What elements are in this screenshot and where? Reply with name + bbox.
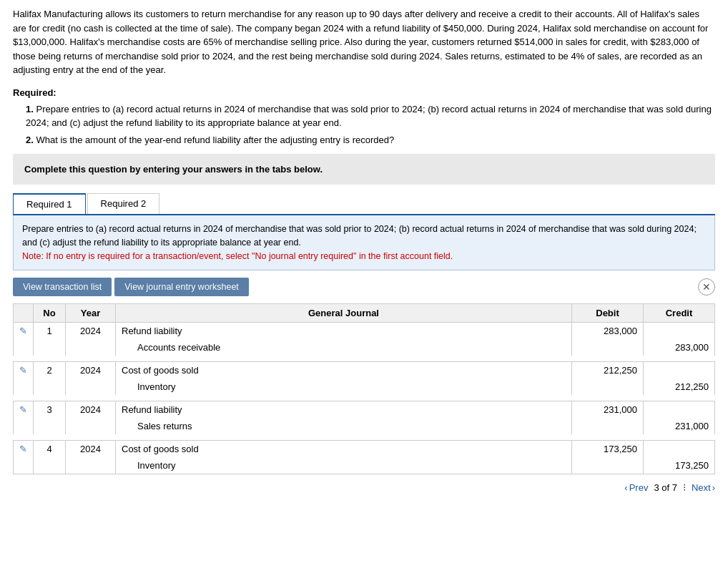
header-edit [14,304,34,323]
table-row: ✎ 2 2024 Cost of goods sold 212,250 [14,362,715,379]
entry-3-credit-1 [644,401,715,419]
entry-3-year: 2024 [66,401,116,419]
tab-required-2[interactable]: Required 2 [87,193,160,214]
entry-2-account-2: Inventory [116,379,572,395]
entry-2-no: 2 [34,362,66,379]
view-transaction-list-button[interactable]: View transaction list [13,278,112,296]
spacer-row [14,434,715,441]
edit-icon-1[interactable]: ✎ [19,326,27,336]
tabs-row: Required 1 Required 2 [13,193,715,215]
entry-3-debit-1: 231,000 [572,401,644,419]
table-row: Inventory 212,250 [14,379,715,395]
entry-3-credit-2: 231,000 [644,418,715,434]
entry-2-debit-1: 212,250 [572,362,644,379]
tab-note: Note: If no entry is required for a tran… [22,251,453,261]
entry-4-credit-2: 173,250 [644,457,715,474]
entry-4-credit-1 [644,441,715,458]
view-journal-entry-worksheet-button[interactable]: View journal entry worksheet [114,278,249,296]
entry-4-no: 4 [34,441,66,458]
entry-4-account-1: Cost of goods sold [116,441,572,458]
header-no: No [34,304,66,323]
prev-icon: ‹ [624,482,627,493]
entry-1-no: 1 [34,323,66,340]
table-row: ✎ 1 2024 Refund liability 283,000 [14,323,715,340]
edit-icon-3[interactable]: ✎ [19,404,27,415]
entry-3-account-1: Refund liability [116,401,572,419]
page-info: 3 of 7 [654,482,677,493]
table-row: Sales returns 231,000 [14,418,715,434]
entry-1-debit-2 [572,339,644,356]
required-item-1: 1. Prepare entries to (a) record actual … [26,102,715,130]
entry-2-credit-1 [644,362,715,379]
required-item-2: 2. What is the amount of the year-end re… [26,133,715,147]
table-row: ✎ 3 2024 Refund liability 231,000 [14,401,715,419]
entry-1-credit-1 [644,323,715,340]
complete-box: Complete this question by entering your … [13,154,715,185]
entry-2-credit-2: 212,250 [644,379,715,395]
header-credit: Credit [644,304,715,323]
entry-2-account-1: Cost of goods sold [116,362,572,379]
spacer-row [14,395,715,401]
entry-4-year: 2024 [66,441,116,458]
table-row: Accounts receivable 283,000 [14,339,715,356]
tabs-container: Required 1 Required 2 Prepare entries to… [13,193,715,270]
pagination: ‹ Prev 3 of 7 ⁝ Next › [13,474,715,497]
entry-2-debit-2 [572,379,644,395]
entry-4-debit-1: 173,250 [572,441,644,458]
toolbar: View transaction list View journal entry… [13,278,715,296]
close-button[interactable]: ✕ [698,278,715,296]
required-title: Required: [13,87,715,98]
spacer-row [14,356,715,362]
entry-1-account-2: Accounts receivable [116,339,572,356]
grid-icon: ⁝ [683,482,686,493]
required-list: 1. Prepare entries to (a) record actual … [13,102,715,147]
entry-3-no: 3 [34,401,66,419]
edit-icon-2[interactable]: ✎ [19,365,27,376]
tab-required-1[interactable]: Required 1 [13,193,86,214]
entry-1-credit-2: 283,000 [644,339,715,356]
intro-paragraph: Halifax Manufacturing allows its custome… [13,7,715,77]
table-row: ✎ 4 2024 Cost of goods sold 173,250 [14,441,715,458]
table-row: Inventory 173,250 [14,457,715,474]
header-general-journal: General Journal [116,304,572,323]
entry-1-account-1: Refund liability [116,323,572,340]
tab-content: Prepare entries to (a) record actual ret… [13,215,715,270]
edit-icon-4[interactable]: ✎ [19,444,27,454]
prev-button[interactable]: ‹ Prev [624,482,648,493]
entry-3-debit-2 [572,418,644,434]
entry-1-debit-1: 283,000 [572,323,644,340]
entry-1-year: 2024 [66,323,116,340]
next-button[interactable]: Next › [692,482,715,493]
header-year: Year [66,304,116,323]
required-section: Required: 1. Prepare entries to (a) reco… [13,87,715,147]
entry-3-account-2: Sales returns [116,418,572,434]
table-header-row: No Year General Journal Debit Credit [14,304,715,323]
entry-4-debit-2 [572,457,644,474]
journal-table: No Year General Journal Debit Credit ✎ 1… [13,303,715,474]
close-icon: ✕ [702,281,711,293]
header-debit: Debit [572,304,644,323]
entry-2-year: 2024 [66,362,116,379]
next-icon: › [712,482,715,493]
entry-4-account-2: Inventory [116,457,572,474]
